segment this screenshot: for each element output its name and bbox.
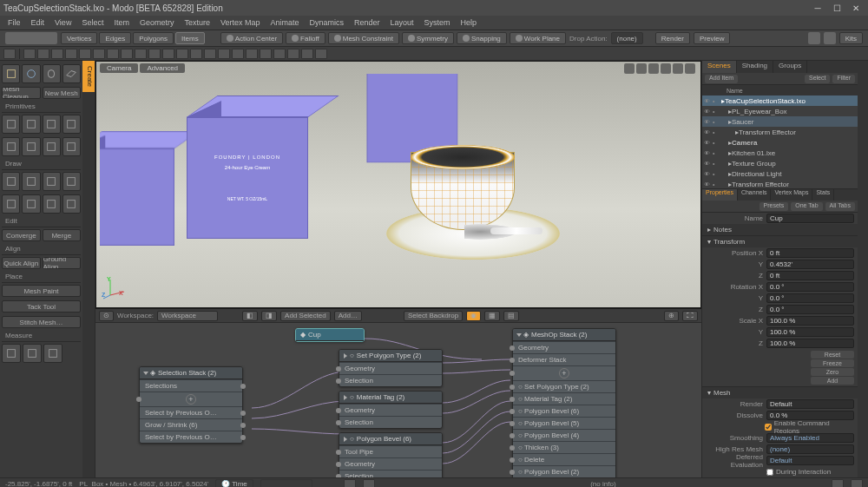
sphere-icon[interactable] <box>22 64 40 83</box>
node[interactable]: ○Polygon Bevel (6)Tool PipeGeometrySelec… <box>339 432 443 477</box>
layout-btn[interactable] <box>3 49 16 59</box>
node-port[interactable]: Geometry <box>339 457 442 470</box>
mesh-cleanup-button[interactable]: Mesh Cleanup… <box>2 87 41 99</box>
view-mode-icon[interactable]: ◉ <box>466 311 481 321</box>
toolbar-mesh-constraint[interactable]: Mesh Constraint <box>328 32 399 44</box>
node-port[interactable]: ○ Polygon Bevel (2) <box>513 465 615 477</box>
menu-file[interactable]: File <box>3 17 25 28</box>
menu-item[interactable]: Item <box>109 17 134 28</box>
node-port[interactable]: Selection <box>339 416 442 428</box>
menu-layout[interactable]: Layout <box>386 17 418 28</box>
tree-item[interactable]: 👁•▸ PL_Eyewear_Box <box>702 106 858 116</box>
viewport-tab-camera[interactable]: Camera <box>100 63 138 73</box>
axis-gizmo[interactable]: Y X Z <box>102 276 128 302</box>
menu-dynamics[interactable]: Dynamics <box>306 17 349 28</box>
node-port[interactable]: ○ Material Tag (2) <box>513 392 615 405</box>
tool-icon[interactable] <box>62 115 81 134</box>
capsule-icon[interactable] <box>43 64 61 83</box>
workspace-dropdown[interactable]: Workspace <box>157 311 218 321</box>
kit-icon[interactable] <box>824 32 836 44</box>
enable-cmd-regions-checkbox[interactable] <box>765 424 772 431</box>
tool-icon[interactable] <box>22 137 40 156</box>
minimize-button[interactable]: ─ <box>809 2 826 14</box>
status-icon[interactable] <box>832 479 844 488</box>
layout-preset-icon[interactable] <box>162 49 174 59</box>
mesh-field[interactable]: Always Enabled <box>766 433 854 443</box>
tree-item[interactable]: 👁•▸ Camera <box>702 137 858 148</box>
schematic-view[interactable]: ⊙ Workspace: Workspace ◧ ◨ Add Selected … <box>95 308 701 477</box>
node-cup[interactable]: ◆Cup <box>295 328 365 342</box>
filter-button[interactable]: Filter <box>832 75 855 83</box>
tool-icon[interactable] <box>22 194 40 214</box>
node-port[interactable]: ○ Delete <box>513 453 615 465</box>
tool-icon[interactable] <box>2 194 20 214</box>
add-port-icon[interactable]: + <box>513 365 615 380</box>
status-icon[interactable] <box>851 479 863 488</box>
transform-field[interactable]: 0.4532' <box>766 260 854 269</box>
add-button[interactable]: Add <box>811 377 854 385</box>
viewport-icon[interactable] <box>624 63 635 74</box>
select-backdrop-button[interactable]: Select Backdrop <box>404 311 463 321</box>
tool-icon[interactable] <box>62 194 81 214</box>
tool-icon[interactable] <box>43 344 62 363</box>
tree-item[interactable]: 👁•▸ TeaCupSelectionStack.lxo <box>702 95 858 106</box>
tool-icon[interactable] <box>43 137 61 156</box>
menu-geometry[interactable]: Geometry <box>135 17 179 28</box>
node-port[interactable]: Geometry <box>513 341 615 353</box>
tool-tack-tool[interactable]: Tack Tool <box>2 300 81 313</box>
tool-icon[interactable] <box>22 172 40 191</box>
cube-icon[interactable] <box>2 64 20 83</box>
layout-preset-icon[interactable] <box>315 49 327 59</box>
layout-preset-icon[interactable] <box>37 49 49 59</box>
layout-preset-icon[interactable] <box>287 49 299 59</box>
zero-button[interactable]: Zero <box>811 368 854 376</box>
layout-preset-icon[interactable] <box>204 49 216 59</box>
tool-icon[interactable] <box>23 344 42 363</box>
tab-vertex-maps[interactable]: Vertex Maps <box>771 189 812 201</box>
transform-field[interactable]: 0 ft <box>766 271 854 280</box>
transform-field[interactable]: 100.0 % <box>766 316 854 326</box>
item-tree[interactable]: Name 👁•▸ TeaCupSelectionStack.lxo👁•▸ PL_… <box>702 85 858 189</box>
transform-field[interactable]: 100.0 % <box>766 327 854 337</box>
mesh-field[interactable]: Default <box>766 399 854 409</box>
during-interaction-checkbox[interactable] <box>766 469 773 476</box>
right-side-tabs[interactable] <box>858 61 868 477</box>
layout-preset-icon[interactable] <box>121 49 133 59</box>
transform-field[interactable]: 0.0 ° <box>766 293 854 303</box>
maximize-button[interactable]: ☐ <box>828 2 845 14</box>
viewport-icon[interactable] <box>673 63 683 74</box>
menu-texture[interactable]: Texture <box>180 17 214 28</box>
node-port[interactable]: Select by Previous O… <box>140 431 242 443</box>
tool-quick-align[interactable]: Quick Align <box>2 257 41 269</box>
node-icon[interactable]: ◧ <box>242 311 258 321</box>
clock-icon[interactable]: 🕐 <box>221 480 230 487</box>
reset-button[interactable]: Reset <box>811 351 854 359</box>
menu-view[interactable]: View <box>50 17 76 28</box>
selmode-edges[interactable]: Edges <box>99 32 131 44</box>
view-mode-icon[interactable]: ▦ <box>484 311 500 321</box>
create-tab[interactable]: Create <box>82 61 95 92</box>
time-field[interactable] <box>260 479 312 487</box>
name-field[interactable]: Cup <box>766 214 854 223</box>
select-button[interactable]: Select <box>805 75 830 83</box>
node-port[interactable]: Grow / Shrink (6) <box>140 418 242 431</box>
toolbar-work-plane[interactable]: Work Plane <box>510 32 566 44</box>
toolbar-action-center[interactable]: Action Center <box>220 32 283 44</box>
tab-channels[interactable]: Channels <box>738 189 772 201</box>
menu-vertex-map[interactable]: Vertex Map <box>216 17 265 28</box>
toolbar-symmetry[interactable]: Symmetry <box>402 32 454 44</box>
node-port[interactable]: Geometry <box>339 404 442 416</box>
node-port[interactable]: Selection <box>339 374 442 386</box>
tree-item[interactable]: 👁•▸ Directional Light <box>702 168 858 179</box>
plane-icon[interactable] <box>62 64 81 83</box>
play-icon[interactable] <box>363 479 375 488</box>
layout-preset-icon[interactable] <box>23 49 36 59</box>
viewport-icon[interactable] <box>636 63 647 74</box>
node[interactable]: ○Material Tag (2)GeometrySelection <box>339 391 443 429</box>
preview-button[interactable]: Preview <box>694 32 730 44</box>
all-tabs-button[interactable]: All Tabs <box>825 202 855 211</box>
tool-icon[interactable] <box>43 172 61 191</box>
tree-item[interactable]: 👁•▸ Saucer <box>702 116 858 127</box>
node-port[interactable]: Selection <box>339 470 442 477</box>
menu-render[interactable]: Render <box>350 17 385 28</box>
